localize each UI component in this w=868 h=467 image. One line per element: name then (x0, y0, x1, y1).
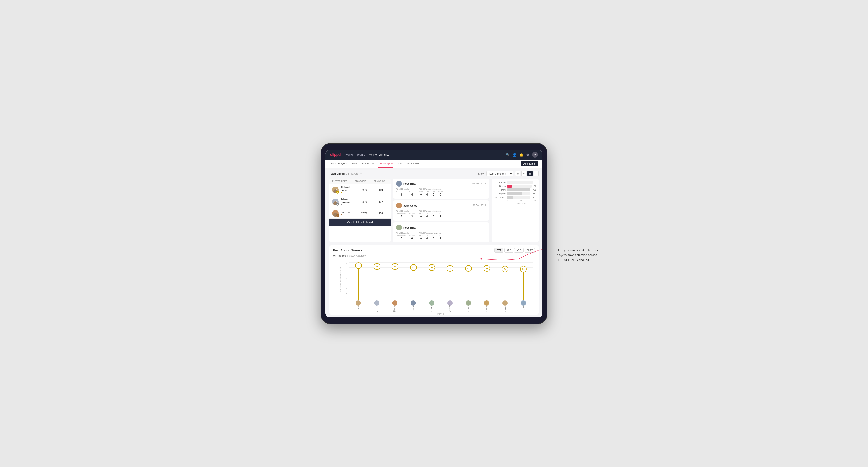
putt-button[interactable]: PUTT (525, 248, 535, 253)
player-col-coles: 5x (410, 262, 417, 300)
pc-date: 02 Sep 2023 (472, 182, 486, 185)
bar-row-bogeys: Bogeys 311 (494, 192, 536, 195)
ott-button[interactable]: OTT (494, 248, 503, 253)
edit-icon[interactable]: ✏ (360, 172, 362, 175)
pc-stats: Total Rounds Tournament 8 Practice (396, 188, 486, 196)
list-item: M. Miller (484, 301, 489, 312)
app-button[interactable]: APP (504, 248, 513, 253)
table-row: EC 2 Edward Crossman ♥ 18/20 107 (329, 196, 391, 208)
nav-teams[interactable]: Teams (356, 152, 365, 157)
player-col-billingham: 6x (392, 262, 398, 300)
settings-icon[interactable]: ⚙ (526, 153, 529, 157)
lb-avg: 110 (374, 188, 388, 191)
time-range-select[interactable]: Last 3 months Last 6 months Last 12 mont… (486, 171, 513, 176)
bar-val-eagles: 3 (535, 181, 536, 184)
pc-header: Josh Coles 26 Aug 2023 (396, 203, 486, 209)
card-view-button[interactable]: ▦ (527, 171, 533, 176)
nav-my-performance[interactable]: My Performance (369, 152, 390, 157)
practice-activities-label: Total Practice Activities (419, 210, 443, 212)
bar-fill (507, 185, 512, 187)
practice-activities-label: Total Practice Activities (419, 188, 443, 190)
add-team-button[interactable]: Add Team (521, 161, 538, 166)
player-labels-row: E. Ebert B. McHarg D. Billingham (349, 300, 533, 312)
show-label: Show (478, 172, 485, 175)
rounds-row: Tournament 7 Practice 2 (396, 213, 415, 218)
bar-rows: Eagles 3 Birdies (494, 181, 536, 199)
view-leaderboard-button[interactable]: View Full Leaderboard (329, 219, 391, 226)
bar-val-dbogeys: 131 (533, 196, 536, 198)
total-rounds-label: Total Rounds (396, 188, 415, 190)
subnav-team-clippd[interactable]: Team Clippd (378, 159, 393, 168)
practice-stat: Practice 2 (408, 213, 415, 218)
app-stat: APP 0 (425, 235, 429, 240)
pc-header: Rees Britt (396, 225, 486, 230)
streaks-controls: OTT APP ARG PUTT (494, 248, 535, 253)
streak-stem (523, 272, 524, 300)
table-row: RB 1 Richard Butler ♥ 19/20 110 (329, 184, 391, 196)
tournament-stat: Tournament 8 (396, 191, 406, 196)
pc-player: Rees Britt (396, 225, 415, 230)
bar-track (507, 196, 530, 199)
player-col-quick: 3x (520, 262, 527, 300)
nav-home[interactable]: Home (345, 152, 353, 157)
user-avatar[interactable]: U (532, 152, 538, 158)
list-view-button[interactable]: ≡ (521, 171, 526, 176)
person-icon[interactable]: 👤 (513, 153, 517, 157)
bar-label-dbogeys: D. Bogeys + (494, 196, 506, 198)
streak-bubble: 6x (392, 263, 398, 270)
subnav-tour[interactable]: Tour (397, 159, 403, 168)
player-info: CA 3 Cameron... ♥ (332, 210, 355, 217)
bar-row-eagles: Eagles 3 (494, 181, 536, 184)
streak-bubble: 3x (502, 266, 508, 272)
streak-stem (358, 269, 359, 300)
player-name: J. Coles (412, 306, 414, 312)
arg-stat: ARG 0 (431, 191, 435, 196)
bell-icon[interactable]: 🔔 (519, 153, 523, 157)
leaderboard-header: PLAYER NAME PB SCORE PB AVG SQ (329, 179, 391, 184)
bar-row-dbogeys: D. Bogeys + 131 (494, 196, 536, 199)
player-card: Rees Britt 02 Sep 2023 Total Rounds Tour (393, 179, 489, 198)
chart-view-button[interactable]: ↕ (533, 171, 539, 176)
player-info: RB 1 Richard Butler ♥ (332, 186, 355, 194)
subnav-all-players[interactable]: All Players (407, 159, 420, 168)
streaks-header: Best Round Streaks OTT APP ARG PUTT (333, 248, 535, 253)
streak-stem (487, 272, 487, 300)
search-icon[interactable]: 🔍 (506, 153, 510, 157)
avatar (466, 301, 471, 306)
streaks-section: Best Round Streaks OTT APP ARG PUTT Off … (329, 245, 539, 315)
lb-score: 18/20 (355, 200, 374, 203)
rounds-row: Tournament 8 Practice 4 (396, 191, 415, 196)
bar-axis: 0 200 400 (494, 200, 536, 202)
lb-avg: 103 (374, 212, 388, 215)
streaks-subtitle: Off The Tee, Fairway Accuracy (333, 254, 535, 257)
leaderboard-card: PLAYER NAME PB SCORE PB AVG SQ RB (329, 179, 391, 243)
grid-view-button[interactable]: ⊞ (515, 171, 520, 176)
lb-score: 19/20 (355, 188, 374, 191)
avatar (356, 301, 361, 306)
practice-stat: Practice 6 (408, 235, 415, 240)
pc-player: Josh Coles (396, 203, 417, 209)
pc-stats: Total Rounds Tournament 7 Practice (396, 210, 486, 218)
subnav-pga[interactable]: PGA (351, 159, 358, 168)
player-card: Josh Coles 26 Aug 2023 Total Rounds Tour (393, 200, 489, 220)
bar-fill (507, 181, 507, 184)
pc-player: Rees Britt (396, 181, 415, 187)
player-col-crossman: 4x (447, 262, 453, 300)
practice-stat: Practice 4 (408, 191, 415, 196)
practice-activities-group: Total Practice Activities OTT 0 APP (419, 210, 443, 218)
col-pb-avg: PB AVG SQ (374, 180, 388, 182)
subnav-links: PGAT Players PGA Hcaps 1-5 Team Clippd T… (330, 159, 420, 168)
subnav-pgat[interactable]: PGAT Players (330, 159, 347, 168)
col-player-name: PLAYER NAME (332, 180, 355, 182)
putt-stat: PUTT 1 (438, 235, 443, 240)
bar-axis-label: Total Shots (494, 203, 536, 205)
player-name: B. McHarg (375, 306, 378, 312)
list-item: E. Ebert (356, 301, 361, 312)
streak-chart: Best Streak, Fairway Accuracy 7 6 5 4 3 … (333, 260, 535, 312)
streak-bubble: 4x (465, 265, 472, 272)
arg-button[interactable]: ARG (514, 248, 524, 253)
practice-row: OTT 0 APP 0 ARG (419, 235, 443, 240)
navbar: clippd Home Teams My Performance 🔍 👤 🔔 ⚙… (326, 150, 542, 160)
rounds-row: Tournament 7 Practice 6 (396, 235, 415, 240)
subnav-hcaps[interactable]: Hcaps 1-5 (361, 159, 374, 168)
